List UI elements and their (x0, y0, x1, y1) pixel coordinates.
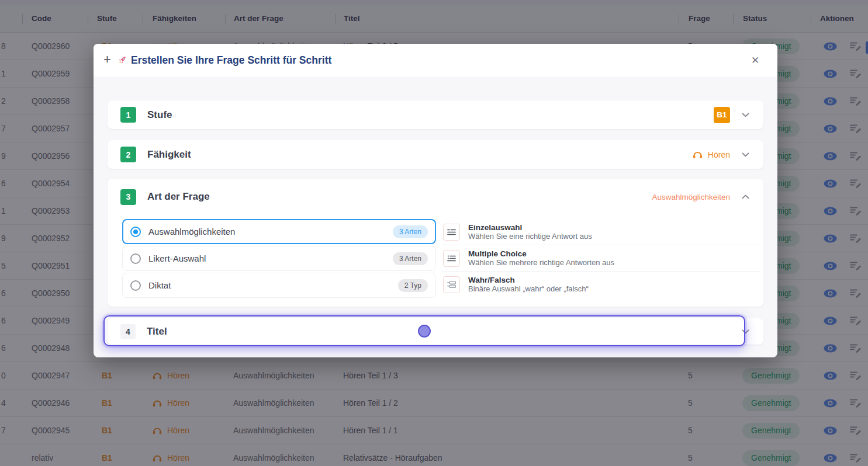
close-icon[interactable]: ✕ (747, 52, 763, 68)
step2-head: 2 Fähigkeit (108, 140, 763, 169)
modal-header: + Erstellen Sie Ihre Frage Schritt für S… (94, 44, 777, 76)
step3-value: Auswahlmöglichkeiten (652, 179, 749, 215)
option-likert-auswahl[interactable]: Likert-Auswahl 3 Arten (122, 246, 436, 271)
subtype-desc: Wählen Sie mehrere richtige Antworten au… (468, 258, 614, 267)
radio-selected-icon[interactable] (130, 227, 141, 237)
step4-number-badge: 4 (120, 324, 136, 339)
loading-spinner-dot (418, 325, 431, 338)
option-count-badge: 3 Arten (393, 225, 428, 238)
multi-select-list-icon (443, 250, 460, 267)
skill-value-label: Hören (708, 150, 730, 159)
subtype-texts: Multiple Choice Wählen Sie mehrere richt… (468, 249, 614, 267)
subtype-texts: Wahr/Falsch Binäre Auswahl „wahr“ oder „… (468, 276, 589, 293)
create-question-modal: + Erstellen Sie Ihre Frage Schritt für S… (94, 44, 777, 357)
step-card-stufe[interactable]: 1 Stufe B1 (108, 100, 763, 129)
single-select-list-icon (443, 224, 460, 241)
subtype-title: Multiple Choice (468, 249, 614, 258)
level-badge: B1 (714, 107, 730, 123)
question-type-options: Auswahlmöglichkeiten 3 Arten Likert-Ausw… (122, 219, 436, 300)
question-subtypes: Einzelauswahl Wählen Sie eine richtige A… (442, 219, 760, 297)
skill-value: Hören (693, 150, 730, 159)
plus-icon: + (103, 44, 111, 76)
subtype-einzelauswahl[interactable]: Einzelauswahl Wählen Sie eine richtige A… (442, 219, 760, 245)
radio-unselected-icon[interactable] (130, 280, 141, 291)
option-count-badge: 2 Typ (398, 279, 428, 292)
radio-unselected-icon[interactable] (130, 253, 141, 264)
step3-title: Art der Frage (147, 191, 210, 203)
subtype-desc: Wählen Sie eine richtige Antwort aus (468, 232, 592, 241)
subtype-wahr-falsch[interactable]: Wahr/Falsch Binäre Auswahl „wahr“ oder „… (442, 272, 760, 297)
step2-value: Hören (693, 140, 749, 169)
step-card-art-der-frage: 3 Art der Frage Auswahlmöglichkeiten Aus… (108, 179, 763, 307)
headphones-icon (693, 150, 703, 159)
true-false-icon (443, 276, 460, 293)
step1-number-badge: 1 (120, 107, 136, 123)
selected-type-label: Auswahlmöglichkeiten (652, 193, 730, 201)
subtype-multiple-choice[interactable]: Multiple Choice Wählen Sie mehrere richt… (442, 245, 760, 272)
question-manager-page: Code Stufe Fähigkeiten Art der Frage Tit… (0, 0, 868, 466)
chevron-up-icon[interactable] (742, 194, 749, 199)
step4-title: Titel (147, 326, 167, 338)
step1-value: B1 (714, 100, 749, 129)
step-card-faehigkeit[interactable]: 2 Fähigkeit Hören (108, 140, 763, 169)
step1-head: 1 Stufe (108, 100, 763, 129)
option-label: Auswahlmöglichkeiten (148, 227, 235, 237)
step4-right (742, 318, 749, 345)
chevron-down-icon[interactable] (742, 113, 749, 117)
step3-number-badge: 3 (120, 189, 136, 205)
option-label: Diktat (148, 280, 171, 290)
subtype-texts: Einzelauswahl Wählen Sie eine richtige A… (468, 223, 592, 241)
step2-number-badge: 2 (120, 147, 136, 162)
subtype-desc: Binäre Auswahl „wahr“ oder „falsch“ (468, 284, 589, 293)
subtype-title: Wahr/Falsch (468, 276, 589, 284)
option-auswahlmoeglichkeiten[interactable]: Auswahlmöglichkeiten 3 Arten (122, 219, 436, 244)
option-count-badge: 3 Arten (393, 252, 428, 265)
chevron-down-icon[interactable] (742, 329, 749, 334)
modal-title: Erstellen Sie Ihre Frage Schritt für Sch… (131, 44, 331, 76)
step-card-titel[interactable]: 4 Titel (108, 318, 763, 345)
step2-title: Fähigkeit (147, 149, 191, 161)
step4-head: 4 Titel (108, 318, 763, 345)
step1-title: Stufe (147, 109, 172, 121)
chevron-down-icon[interactable] (742, 152, 749, 157)
option-label: Likert-Auswahl (148, 253, 206, 263)
rocket-icon (117, 55, 127, 68)
subtype-title: Einzelauswahl (468, 223, 592, 232)
option-diktat[interactable]: Diktat 2 Typ (122, 273, 436, 298)
